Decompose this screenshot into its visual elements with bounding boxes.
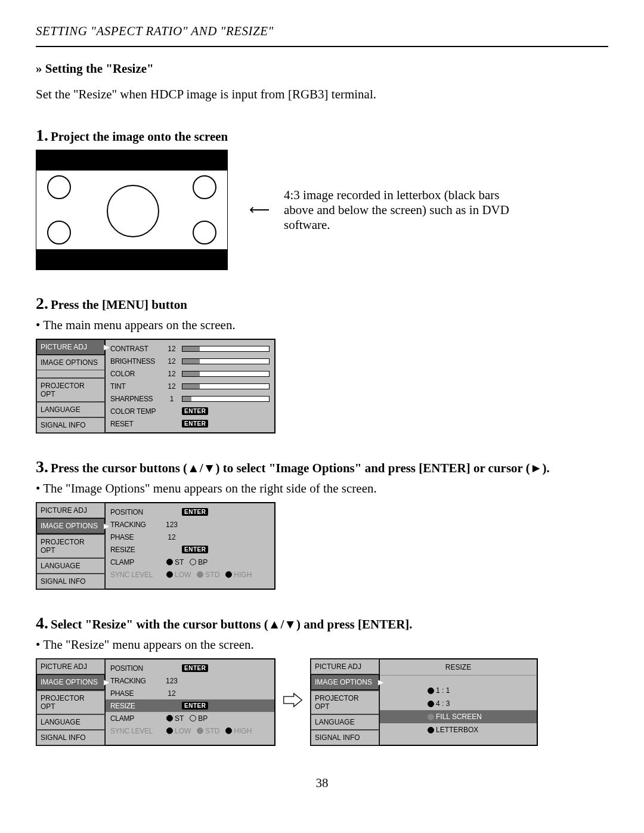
- menu-row: CLAMPSTBP: [106, 556, 274, 568]
- arrow-right-icon: [283, 692, 303, 713]
- step3-bullet: • The "Image Options" menu appears on th…: [36, 481, 608, 496]
- resize-option: 1 : 1: [380, 684, 537, 697]
- menu-row: CLAMPSTBP: [106, 712, 274, 724]
- step3-number: 3.: [36, 457, 48, 476]
- sidebar-item-signal-info: SIGNAL INFO: [36, 417, 105, 433]
- step1-number: 1.: [36, 126, 48, 144]
- sidebar-item-image-options: IMAGE OPTIONS▶: [36, 674, 105, 690]
- step4-number: 4.: [36, 614, 48, 632]
- menu-row: COLOR12: [106, 367, 274, 380]
- image-options-resize-menu-diagram: PICTURE ADJ IMAGE OPTIONS▶ PROJECTOR OPT…: [36, 658, 275, 746]
- menu-row: SYNC LEVELLOWSTDHIGH: [106, 568, 274, 581]
- step4-bullet: • The "Resize" menu appears on the scree…: [36, 637, 608, 652]
- sidebar-item-picture-adj: PICTURE ADJ▶: [36, 339, 105, 355]
- sidebar-item-signal-info: SIGNAL INFO: [36, 574, 105, 589]
- menu3-panel: POSITIONENTERTRACKING123PHASE12RESIZEENT…: [105, 659, 275, 745]
- sidebar-item-language: LANGUAGE: [311, 714, 379, 730]
- letterbox-diagram: [36, 150, 228, 270]
- sidebar-item-projector-opt: PROJECTOR OPT: [311, 690, 379, 714]
- step-3: 3. Press the cursor buttons (▲/▼) to sel…: [36, 457, 608, 590]
- sidebar-item-signal-info: SIGNAL INFO: [311, 730, 379, 745]
- sidebar-item-language: LANGUAGE: [36, 714, 105, 730]
- page-number: 38: [36, 776, 608, 791]
- enter-pill: ENTER: [182, 664, 208, 672]
- menu-row: POSITIONENTER: [106, 662, 274, 674]
- sidebar-item-image-options: IMAGE OPTIONS: [36, 355, 105, 370]
- menu-row: SHARPNESS1: [106, 392, 274, 405]
- step-2: 2. Press the [MENU] button • The main me…: [36, 294, 608, 433]
- menu-row: TRACKING123: [106, 518, 274, 531]
- sidebar-item-language: LANGUAGE: [36, 558, 105, 574]
- page-header: SETTING "ASPECT RATIO" AND "RESIZE": [36, 24, 608, 39]
- menu-row: RESIZEENTER: [106, 699, 274, 712]
- sidebar-item-picture-adj: PICTURE ADJ: [311, 659, 379, 674]
- intro-text: Set the "Resize" when HDCP image is inpu…: [36, 87, 608, 102]
- menu-row: SYNC LEVELLOWSTDHIGH: [106, 724, 274, 737]
- menu-row: BRIGHTNESS12: [106, 355, 274, 367]
- resize-option: FILL SCREEN: [380, 710, 537, 723]
- main-menu-diagram: PICTURE ADJ▶ IMAGE OPTIONS PROJECTOR OPT…: [36, 339, 275, 433]
- resize-option: LETTERBOX: [380, 723, 537, 736]
- step-1: 1. Project the image onto the screen ⟵ 4…: [36, 126, 608, 270]
- sidebar-item-projector-opt: PROJECTOR OPT: [36, 378, 105, 402]
- enter-pill: ENTER: [182, 420, 208, 428]
- step3-title: Press the cursor buttons (▲/▼) to select…: [51, 461, 550, 475]
- resize-title: RESIZE: [380, 659, 537, 676]
- sidebar-item-signal-info: SIGNAL INFO: [36, 730, 105, 745]
- sidebar-item-picture-adj: PICTURE ADJ: [36, 503, 105, 518]
- menu-row: RESIZEENTER: [106, 543, 274, 556]
- sidebar-item-picture-adj: PICTURE ADJ: [36, 659, 105, 674]
- enter-pill: ENTER: [182, 702, 208, 710]
- step2-title: Press the [MENU] button: [51, 298, 187, 312]
- menu-row: CONTRAST12: [106, 342, 274, 355]
- menu-row: TRACKING123: [106, 674, 274, 687]
- resize-options-panel: RESIZE1 : 14 : 3FILL SCREENLETTERBOX: [379, 659, 537, 745]
- step-4: 4. Select "Resize" with the cursor butto…: [36, 614, 608, 746]
- section-subheading: » Setting the "Resize": [36, 61, 608, 76]
- resize-submenu-diagram: PICTURE ADJ IMAGE OPTIONS▶ PROJECTOR OPT…: [310, 658, 538, 746]
- menu-row: PHASE12: [106, 531, 274, 543]
- sidebar-item-projector-opt: PROJECTOR OPT: [36, 534, 105, 558]
- menu-row: TINT12: [106, 380, 274, 392]
- sidebar-item-language: LANGUAGE: [36, 402, 105, 417]
- sidebar-item-image-options: IMAGE OPTIONS▶: [36, 518, 105, 534]
- header-rule: [36, 46, 608, 47]
- arrow-left-icon: ⟵: [249, 202, 270, 218]
- menu2-panel: POSITIONENTERTRACKING123PHASE12RESIZEENT…: [105, 503, 275, 589]
- enter-pill: ENTER: [182, 546, 208, 553]
- image-options-menu-diagram: PICTURE ADJ IMAGE OPTIONS▶ PROJECTOR OPT…: [36, 502, 275, 590]
- sidebar-item-projector-opt: PROJECTOR OPT: [36, 690, 105, 714]
- menu-row: RESETENTER: [106, 417, 274, 430]
- step2-bullet: • The main menu appears on the screen.: [36, 318, 608, 333]
- menu-row: PHASE12: [106, 687, 274, 699]
- step2-number: 2.: [36, 294, 48, 312]
- menu-row: POSITIONENTER: [106, 506, 274, 518]
- menu1-panel: CONTRAST12BRIGHTNESS12COLOR12TINT12SHARP…: [105, 339, 275, 433]
- step1-title: Project the image onto the screen: [51, 129, 228, 144]
- enter-pill: ENTER: [182, 508, 208, 516]
- step4-title: Select "Resize" with the cursor buttons …: [51, 617, 413, 631]
- enter-pill: ENTER: [182, 407, 208, 415]
- resize-option: 4 : 3: [380, 697, 537, 710]
- menu-row: COLOR TEMPENTER: [106, 405, 274, 417]
- sidebar-item-image-options: IMAGE OPTIONS▶: [311, 674, 379, 690]
- letterbox-note: 4:3 image recorded in letterbox (black b…: [284, 188, 510, 233]
